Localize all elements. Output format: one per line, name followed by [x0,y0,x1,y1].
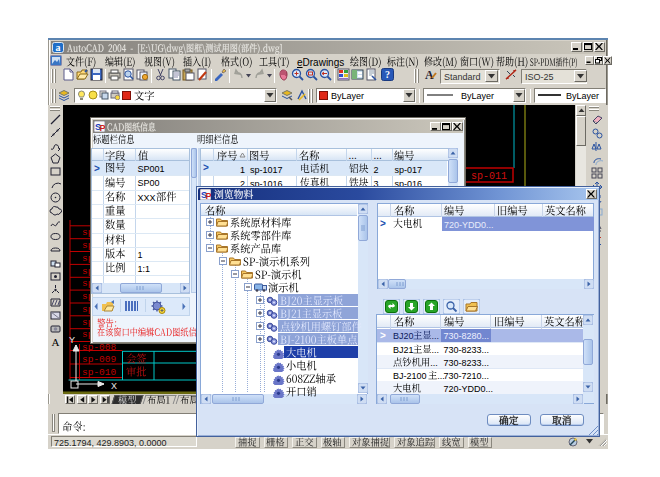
svg-text:a: a [56,42,61,53]
svg-text:P: P [100,123,106,133]
svg-text:P: P [205,190,211,200]
svg-text:A: A [425,68,434,81]
svg-text:sp-010: sp-010 [82,367,117,378]
svg-text:sp-011: sp-011 [471,171,507,182]
svg-text:?: ? [385,69,390,80]
svg-text:sp-009: sp-009 [82,354,117,365]
svg-text:X: X [111,381,117,391]
svg-text:A: A [52,336,60,348]
svg-text:Y: Y [69,335,75,345]
